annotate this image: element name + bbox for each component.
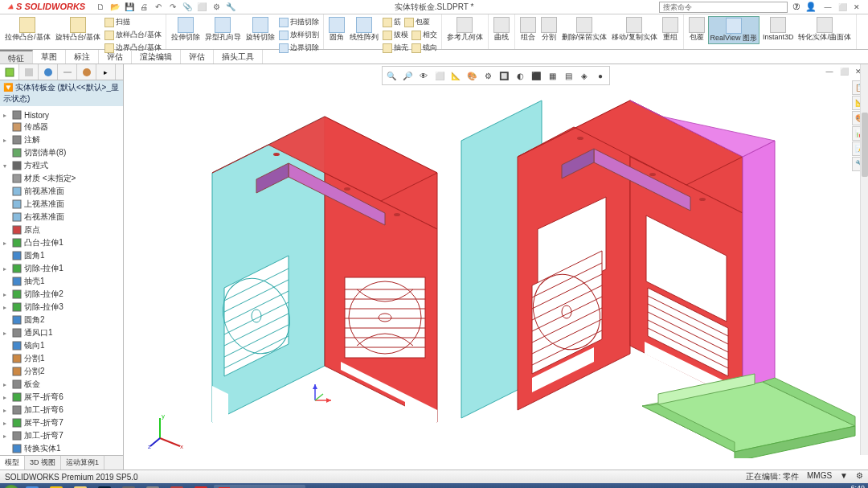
extrude-cut-button[interactable]: 拉伸切除: [170, 16, 202, 54]
tab-eval2[interactable]: 评估: [181, 50, 214, 64]
fm-tab-prop[interactable]: [19, 64, 39, 80]
taskbar-pinned-ps[interactable]: [93, 485, 116, 488]
vp-toolbar-btn-10[interactable]: ▦: [545, 68, 559, 83]
system-tray[interactable]: 📶 🔊 6:49 2022/11/15: [801, 485, 865, 488]
wrap2-button[interactable]: 包覆: [687, 16, 706, 44]
vp-toolbar-btn-7[interactable]: 🔲: [497, 68, 511, 83]
curves-button[interactable]: 曲线: [492, 16, 511, 43]
taskbar-pinned-sw[interactable]: [190, 485, 212, 488]
fm-node-5[interactable]: 材质 <未指定>: [2, 172, 121, 185]
realview-button[interactable]: RealView 图形: [708, 16, 760, 44]
fm-node-9[interactable]: 原点: [2, 223, 121, 236]
fm-node-20[interactable]: 分割2: [2, 365, 121, 378]
intersect-button[interactable]: 相交: [411, 29, 438, 41]
fm-btab-3dview[interactable]: 3D 视图: [25, 456, 61, 470]
fm-node-3[interactable]: 切割清单(8): [2, 146, 121, 159]
shell-button[interactable]: 抽壳: [382, 42, 409, 54]
qat-open[interactable]: 📂: [109, 2, 121, 13]
qat-save[interactable]: 💾: [124, 2, 135, 13]
help-icon[interactable]: ⑦: [792, 2, 800, 12]
fm-node-19[interactable]: 分割1: [2, 352, 121, 365]
viewport-scrollbar-v[interactable]: [860, 64, 868, 455]
regroup-button[interactable]: 重组: [661, 16, 680, 43]
sweep-button[interactable]: 扫描: [104, 16, 162, 28]
vp-toolbar-btn-9[interactable]: ⬛: [529, 68, 543, 83]
vp-toolbar-btn-3[interactable]: ⬜: [432, 68, 447, 83]
taskbar-solidworks-task[interactable]: SOLIDWORKS P...: [214, 485, 305, 488]
taskbar-pinned-baidu[interactable]: [21, 485, 43, 488]
fm-node-10[interactable]: ▸凸台-拉伸1: [2, 236, 121, 249]
fm-node-25[interactable]: ▸加工-折弯7: [2, 429, 121, 442]
qat-tools[interactable]: 🔧: [225, 2, 236, 13]
qat-view[interactable]: ⬜: [196, 2, 207, 13]
fm-tab-tree[interactable]: [0, 64, 19, 80]
wrap-button[interactable]: 包覆: [403, 16, 431, 28]
ref-geom-button[interactable]: 参考几何体: [445, 16, 485, 43]
taskbar-clock[interactable]: 6:49 2022/11/15: [829, 485, 865, 488]
fm-node-17[interactable]: ▸通风口1: [2, 326, 121, 339]
revolve-cut-button[interactable]: 旋转切除: [244, 16, 276, 54]
draft-button[interactable]: 拔模: [382, 29, 409, 41]
fm-node-8[interactable]: 右视基准面: [2, 211, 121, 223]
graphics-viewport[interactable]: 🔍🔎👁⬜📐🎨⚙🔲◐⬛▦▤◈● — ⬜ ✕ 📋📐🎨📊📝🔧: [124, 64, 868, 470]
fm-node-16[interactable]: 圆角2: [2, 314, 121, 326]
tab-render[interactable]: 渲染编辑: [132, 50, 181, 64]
tab-dim[interactable]: 标注: [66, 50, 99, 64]
split-button[interactable]: 分割: [539, 16, 559, 43]
vp-toolbar-btn-11[interactable]: ▤: [561, 68, 575, 83]
tab-eval[interactable]: 评估: [99, 50, 132, 64]
vp-toolbar-btn-13[interactable]: ●: [593, 68, 608, 83]
maximize-button[interactable]: ⬜: [836, 2, 849, 13]
rib-button[interactable]: 筋: [382, 16, 402, 28]
taskbar-pinned-app3[interactable]: [166, 485, 188, 488]
tab-plugin[interactable]: 插头工具: [214, 50, 263, 64]
status-gear-icon[interactable]: ⚙: [856, 471, 863, 482]
qat-options[interactable]: ⚙: [211, 2, 222, 13]
loft-cut-button[interactable]: 放样切割: [278, 29, 320, 41]
loft-button[interactable]: 放样凸台/基体: [104, 29, 162, 41]
close-button[interactable]: ✕: [850, 2, 863, 13]
user-icon[interactable]: 👤: [805, 2, 817, 12]
taskbar-pinned-explorer[interactable]: [69, 485, 92, 488]
taskbar-pinned-app2[interactable]: [141, 485, 164, 488]
fm-node-24[interactable]: ▸展平-折弯7: [2, 416, 121, 429]
delete-keep-button[interactable]: 删除/保留实体: [560, 16, 609, 43]
status-units-dropdown[interactable]: ▼: [840, 471, 848, 482]
convert-body-button[interactable]: 转化实体/曲面体: [796, 16, 853, 44]
fillet-button[interactable]: 圆角: [327, 16, 346, 54]
linear-pattern-button[interactable]: 线性阵列: [348, 16, 380, 54]
vp-toolbar-btn-6[interactable]: ⚙: [481, 68, 495, 83]
reference-triad[interactable]: y x z: [148, 410, 188, 450]
search-commands-input[interactable]: [659, 2, 788, 13]
fm-node-15[interactable]: ▸切除-拉伸3: [2, 301, 121, 314]
start-button[interactable]: [3, 485, 19, 488]
vp-toolbar-btn-8[interactable]: ◐: [513, 68, 527, 83]
move-copy-button[interactable]: 移动/复制实体: [610, 16, 659, 43]
fm-tree[interactable]: ▸History传感器▸注解切割清单(8)▾方程式材质 <未指定>前视基准面上视…: [0, 108, 123, 455]
fm-node-22[interactable]: ▸展平-折弯6: [2, 391, 121, 404]
fm-tab-config[interactable]: [39, 64, 58, 80]
fm-tab-more[interactable]: ▸: [96, 64, 116, 80]
boundary-cut-button[interactable]: 边界切除: [278, 42, 320, 54]
fm-node-7[interactable]: 上视基准面: [2, 198, 121, 211]
qat-undo[interactable]: ↶: [153, 2, 164, 13]
qat-redo[interactable]: ↷: [167, 2, 178, 13]
taskbar-pinned-chrome[interactable]: [45, 485, 68, 488]
tab-sketch[interactable]: 草图: [33, 50, 66, 64]
fm-node-14[interactable]: ▸切除-拉伸2: [2, 288, 121, 301]
tab-features[interactable]: 特征: [0, 50, 33, 64]
fm-node-12[interactable]: ▸切除-拉伸1: [2, 262, 121, 275]
combine-button[interactable]: 组合: [518, 16, 538, 43]
fm-node-26[interactable]: 转换实体1: [2, 442, 121, 455]
fm-node-23[interactable]: ▸加工-折弯6: [2, 404, 121, 416]
revolve-boss-button[interactable]: 旋转凸台/基体: [54, 16, 103, 54]
vp-max-button[interactable]: ⬜: [837, 66, 850, 77]
fm-btab-model[interactable]: 模型: [0, 456, 25, 470]
taskbar-pinned-app1[interactable]: [117, 485, 140, 488]
vp-toolbar-btn-1[interactable]: 🔎: [400, 68, 415, 83]
fm-node-11[interactable]: 圆角1: [2, 249, 121, 262]
fm-node-0[interactable]: ▸History: [2, 109, 121, 121]
vp-toolbar-btn-2[interactable]: 👁: [416, 68, 431, 83]
fm-node-4[interactable]: ▾方程式: [2, 159, 121, 172]
fm-node-2[interactable]: ▸注解: [2, 133, 121, 146]
